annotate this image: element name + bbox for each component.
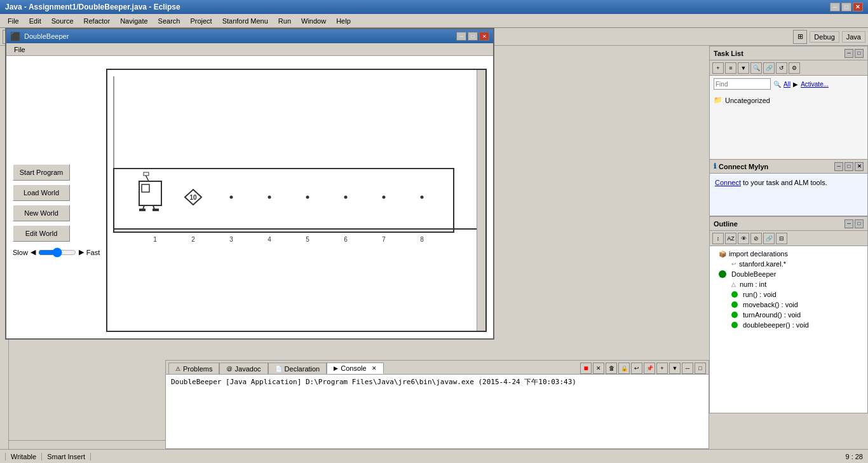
activate-label[interactable]: Activate... xyxy=(801,81,829,88)
db-maximize-btn[interactable]: □ xyxy=(468,32,478,41)
outline-minimize-btn[interactable]: ─ xyxy=(844,219,853,228)
menu-help[interactable]: Help xyxy=(331,16,356,26)
mylyn-maximize-btn[interactable]: □ xyxy=(844,162,853,171)
outline-collapse-btn[interactable]: ⊟ xyxy=(776,233,787,244)
tab-console[interactable]: ▶ Console ✕ xyxy=(327,363,383,374)
console-stop-btn[interactable]: ■ xyxy=(580,363,592,374)
mylyn-close-btn[interactable]: ✕ xyxy=(855,162,864,171)
task-list-header: Task List ─ □ xyxy=(710,46,867,60)
javadoc-icon: @ xyxy=(226,366,232,372)
perspective-btn[interactable]: ⊞ xyxy=(793,30,807,44)
console-new-btn[interactable]: + xyxy=(656,363,668,374)
console-scroll-lock-btn[interactable]: 🔒 xyxy=(618,363,630,374)
task-sync-btn[interactable]: ↺ xyxy=(776,62,787,74)
outline-maximize-btn[interactable]: □ xyxy=(855,219,864,228)
menu-file[interactable]: File xyxy=(3,16,24,26)
outline-turnaround-method[interactable]: turnAround() : void xyxy=(714,310,864,320)
task-list-maximize-btn[interactable]: □ xyxy=(855,49,864,58)
speed-slider[interactable] xyxy=(38,249,76,256)
search-icon: 🔍 xyxy=(773,81,781,88)
edit-world-button[interactable]: Edit World xyxy=(13,225,70,242)
menu-stanford[interactable]: Stanford Menu xyxy=(217,16,273,26)
bottom-scrollbar[interactable] xyxy=(9,440,165,449)
new-world-button[interactable]: New World xyxy=(13,205,70,221)
menu-search[interactable]: Search xyxy=(153,16,186,26)
db-close-btn[interactable]: ✕ xyxy=(479,32,489,41)
menu-refactor[interactable]: Refactor xyxy=(79,16,116,26)
outline-stanford-karel[interactable]: ↩ stanford.karel.* xyxy=(714,259,864,269)
outline-run-method[interactable]: run() : void xyxy=(714,289,864,300)
task-find-input[interactable] xyxy=(714,78,771,90)
java-label[interactable]: Java xyxy=(842,31,865,43)
db-minimize-btn[interactable]: ─ xyxy=(456,32,466,41)
menu-project[interactable]: Project xyxy=(185,16,217,26)
console-pin-btn[interactable]: 📌 xyxy=(644,363,655,374)
task-list-btn[interactable]: ≡ xyxy=(725,62,736,74)
stanford-karel-label: stanford.karel.* xyxy=(739,260,786,268)
console-minimize-btn[interactable]: ─ xyxy=(682,363,693,374)
outline-hide-btn[interactable]: 👁 xyxy=(738,233,749,244)
outline-filter-btn[interactable]: ⊘ xyxy=(750,233,762,244)
tab-javadoc[interactable]: @ Javadoc xyxy=(219,363,268,374)
svg-rect-25 xyxy=(153,209,159,211)
outline-moveback-method[interactable]: moveback() : void xyxy=(714,300,864,310)
svg-rect-24 xyxy=(139,209,146,211)
close-button[interactable]: ✕ xyxy=(853,3,863,11)
console-icon: ▶ xyxy=(334,365,338,371)
task-link-btn[interactable]: 🔗 xyxy=(763,62,775,74)
menu-edit[interactable]: Edit xyxy=(24,16,46,26)
world-scrollbar-v[interactable] xyxy=(477,70,485,331)
speed-arrow-right[interactable]: ▶ xyxy=(79,248,84,256)
title-bar-controls: ─ □ ✕ xyxy=(830,3,863,11)
outline-import-declarations[interactable]: 📦 import declarations xyxy=(714,249,864,259)
task-tree: 📁 Uncategorized xyxy=(710,92,867,108)
db-menu-file[interactable]: File xyxy=(9,45,31,55)
task-tree-item-uncategorized[interactable]: 📁 Uncategorized xyxy=(714,95,864,106)
menu-window[interactable]: Window xyxy=(296,16,331,26)
speed-control: Slow ◀ ▶ Fast xyxy=(13,248,100,256)
menu-navigate[interactable]: Navigate xyxy=(115,16,153,26)
outline-title: Outline xyxy=(714,220,738,228)
console-word-wrap-btn[interactable]: ↩ xyxy=(631,363,642,374)
debug-label[interactable]: Debug xyxy=(810,31,839,43)
console-close-icon[interactable]: ✕ xyxy=(372,365,377,371)
tab-problems[interactable]: ⚠ Problems xyxy=(168,363,219,374)
window-title: Java - Assignment1/DoubleBeeper.java - E… xyxy=(5,3,180,11)
tab-declaration[interactable]: 📄 Declaration xyxy=(268,363,327,374)
svg-point-5 xyxy=(268,196,271,199)
db-menu-bar: File xyxy=(6,43,493,56)
menu-run[interactable]: Run xyxy=(273,16,296,26)
doublebeeper-window: ⬛ DoubleBeeper ─ □ ✕ File Start Program … xyxy=(5,28,494,340)
console-dropdown-btn[interactable]: ▼ xyxy=(669,363,681,374)
outline-doublebeeper-method[interactable]: doublebeeper() : void xyxy=(714,320,864,330)
mylyn-connect-link[interactable]: Connect xyxy=(715,179,741,186)
outline-link-btn[interactable]: 🔗 xyxy=(763,233,775,244)
task-settings-btn[interactable]: ⚙ xyxy=(789,62,800,74)
outline-doublebeeper-class[interactable]: DoubleBeeper xyxy=(714,269,864,279)
outline-az-btn[interactable]: AZ xyxy=(725,233,736,244)
load-world-button[interactable]: Load World xyxy=(13,184,70,201)
svg-rect-28 xyxy=(114,169,454,232)
svg-rect-21 xyxy=(144,172,149,176)
maximize-button[interactable]: □ xyxy=(841,3,851,11)
method-icon-moveback xyxy=(731,301,738,308)
console-clear-btn[interactable]: 🗑 xyxy=(606,363,617,374)
mylyn-minimize-btn[interactable]: ─ xyxy=(834,162,843,171)
mylyn-header: ℹ Connect Mylyn ─ □ ✕ xyxy=(710,160,867,174)
task-filter-btn[interactable]: ▼ xyxy=(738,62,749,74)
outline-sort-btn[interactable]: ↕ xyxy=(712,233,724,244)
all-label[interactable]: All xyxy=(783,81,790,88)
task-search-btn[interactable]: 🔍 xyxy=(750,62,762,74)
start-program-button[interactable]: Start Program xyxy=(13,164,70,181)
console-maximize-btn[interactable]: □ xyxy=(695,363,706,374)
console-remove-btn[interactable]: ✕ xyxy=(593,363,604,374)
outline-num-field[interactable]: △ num : int xyxy=(714,279,864,289)
task-list-toolbar: + ≡ ▼ 🔍 🔗 ↺ ⚙ xyxy=(710,60,867,76)
minimize-button[interactable]: ─ xyxy=(830,3,840,11)
db-title-bar: ⬛ DoubleBeeper ─ □ ✕ xyxy=(6,29,493,43)
menu-source[interactable]: Source xyxy=(46,16,79,26)
task-new-btn[interactable]: + xyxy=(712,62,724,74)
task-list-minimize-btn[interactable]: ─ xyxy=(844,49,853,58)
import-icon: 📦 xyxy=(719,251,726,258)
speed-arrow-left[interactable]: ◀ xyxy=(31,248,36,256)
